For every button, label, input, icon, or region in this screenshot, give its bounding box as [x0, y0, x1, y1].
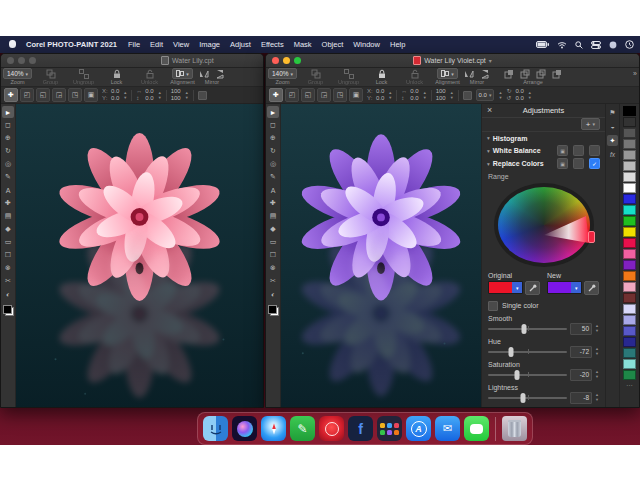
stepper[interactable]: ▲▼	[595, 347, 599, 356]
reset-button[interactable]	[573, 145, 584, 156]
rectangle-mask-tool[interactable]: ◻	[2, 119, 14, 131]
menu-item-mask[interactable]: Mask	[294, 40, 312, 49]
eyedropper-button[interactable]	[584, 281, 599, 295]
launchpad-dock-icon[interactable]	[377, 416, 402, 441]
crop-tool[interactable]: ↻	[267, 145, 279, 157]
stepper[interactable]: ▲▼	[388, 91, 392, 100]
stepper[interactable]: ▲▼	[123, 91, 127, 100]
mirror-horizontal-icon[interactable]	[199, 69, 209, 79]
move-tool-button[interactable]: ✚	[4, 88, 18, 102]
circle-mask-tool[interactable]: ◎	[2, 158, 14, 170]
object-tool[interactable]: ⊗	[2, 262, 14, 274]
control-center-icon[interactable]	[591, 41, 601, 49]
palette-swatch[interactable]	[623, 161, 636, 171]
siri-dock-icon[interactable]	[232, 416, 257, 441]
stepper[interactable]: ▲▼	[528, 91, 532, 100]
cutout-tool[interactable]: ✂	[2, 275, 14, 287]
palette-swatch[interactable]	[623, 205, 636, 215]
object-tool[interactable]: ⊗	[267, 262, 279, 274]
rectangle-tool[interactable]: ▭	[267, 236, 279, 248]
mode-button-3[interactable]: ◲	[52, 88, 66, 102]
fill-tool[interactable]: ◐	[2, 288, 14, 300]
position-fields[interactable]: X:0.0 Y:0.0	[367, 88, 384, 102]
mode-button-3[interactable]: ◲	[317, 88, 331, 102]
palette-overflow[interactable]: …	[626, 382, 633, 386]
palette-swatch[interactable]	[623, 315, 636, 325]
menu-item-object[interactable]: Object	[322, 40, 344, 49]
shape-tool[interactable]: ◆	[2, 223, 14, 235]
add-adjustment-button[interactable]: +▾	[581, 118, 600, 130]
slider-handle[interactable]	[520, 393, 525, 403]
slider-handle[interactable]	[508, 347, 513, 357]
palette-swatch[interactable]	[623, 304, 636, 314]
palette-swatch[interactable]	[623, 260, 636, 270]
menu-item-edit[interactable]: Edit	[150, 40, 163, 49]
unlock-button[interactable]: Unlock	[133, 68, 166, 86]
image-canvas-violet[interactable]	[281, 104, 481, 407]
shape-tool[interactable]: ◆	[267, 223, 279, 235]
palette-swatch[interactable]	[623, 271, 636, 281]
siri-icon[interactable]	[609, 41, 617, 49]
transform-tool[interactable]: ⊕	[2, 132, 14, 144]
palette-swatch[interactable]	[623, 238, 636, 248]
lock-button[interactable]: Lock	[365, 68, 398, 86]
slider-value[interactable]: -8	[570, 392, 592, 404]
mask-dome-icon[interactable]: ◒	[607, 121, 618, 132]
flag-icon[interactable]: ⚑	[607, 107, 618, 118]
sample-button[interactable]: ▣	[557, 158, 568, 169]
palette-swatch[interactable]	[623, 359, 636, 369]
reset-button[interactable]	[573, 158, 584, 169]
group-button[interactable]: Group	[299, 68, 332, 86]
mode-button-5[interactable]: ▣	[349, 88, 363, 102]
stepper[interactable]: ▲▼	[498, 91, 502, 100]
stepper[interactable]: ▲▼	[450, 91, 454, 100]
stepper[interactable]: ▲▼	[158, 91, 162, 100]
slider-handle[interactable]	[522, 324, 527, 334]
mail-dock-icon[interactable]: ✉	[435, 416, 460, 441]
white-balance-enable-checkbox[interactable]	[589, 145, 600, 156]
slider-track[interactable]	[488, 393, 567, 403]
unlock-button[interactable]: Unlock	[398, 68, 431, 86]
cutout-tool[interactable]: ✂	[267, 275, 279, 287]
slider-track[interactable]	[488, 347, 567, 357]
trash-dock-icon[interactable]	[502, 416, 527, 441]
eyedropper-button[interactable]	[525, 281, 540, 295]
size-fields[interactable]: ↔0.0 ↕0.0	[136, 88, 153, 102]
section-white-balance[interactable]: ▾ White Balance ▣	[482, 145, 605, 158]
to-front-icon[interactable]	[504, 69, 514, 79]
forward-one-icon[interactable]	[520, 69, 530, 79]
menu-item-effects[interactable]: Effects	[261, 40, 284, 49]
effect-tool[interactable]: ✚	[267, 197, 279, 209]
scale-fields[interactable]: 100 100	[436, 88, 446, 102]
palette-swatch[interactable]	[623, 172, 636, 182]
color-swatch-pair[interactable]	[268, 305, 279, 316]
size-fields[interactable]: ↔0.0 ↕0.0	[401, 88, 418, 102]
brush-tool[interactable]: ✎	[267, 171, 279, 183]
slider-value[interactable]: -20	[570, 369, 592, 381]
palette-swatch[interactable]	[623, 293, 636, 303]
proportional-checkbox[interactable]	[463, 91, 472, 100]
eraser-tool[interactable]: ☐	[267, 249, 279, 261]
crop-tool[interactable]: ↻	[2, 145, 14, 157]
brush-tool[interactable]: ✎	[2, 171, 14, 183]
pointer-star-icon[interactable]: ✦	[607, 135, 618, 146]
single-color-checkbox[interactable]	[488, 301, 498, 311]
title-bar[interactable]: Water Lily Violet.cpt ▾	[266, 54, 639, 68]
safari-dock-icon[interactable]	[261, 416, 286, 441]
clock-icon[interactable]	[625, 40, 634, 49]
close-icon[interactable]: ×	[487, 105, 492, 115]
fx-icon[interactable]: fx	[607, 149, 618, 160]
ungroup-button[interactable]: Ungroup	[332, 68, 365, 86]
battery-icon[interactable]	[536, 41, 549, 49]
proportional-checkbox[interactable]	[198, 91, 207, 100]
zoom-button[interactable]	[29, 57, 36, 64]
mode-button-1[interactable]: ◰	[285, 88, 299, 102]
apple-logo[interactable]	[9, 40, 18, 49]
mode-button-4[interactable]: ◳	[68, 88, 82, 102]
range-handle[interactable]	[588, 231, 595, 243]
mirror-vertical-icon[interactable]	[480, 69, 490, 79]
mode-button-2[interactable]: ◱	[301, 88, 315, 102]
pick-tool[interactable]: ►	[267, 106, 279, 118]
pick-tool[interactable]: ►	[2, 106, 14, 118]
stepper[interactable]: ▲▼	[595, 393, 599, 402]
